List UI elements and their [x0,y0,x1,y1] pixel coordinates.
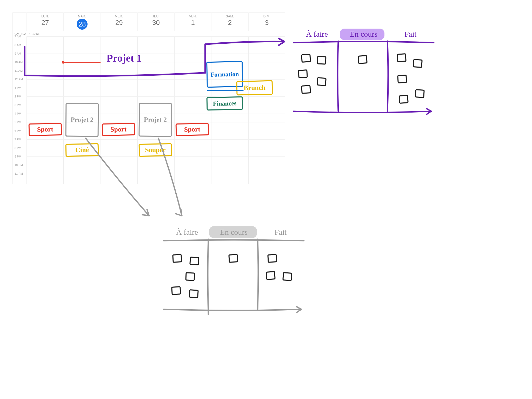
hour-label: 12 PM [15,78,23,81]
day-header[interactable]: MAR.28 [63,12,100,31]
hour-label: 6 PM [15,129,21,132]
hour-label: 7 AM [15,35,21,38]
event-brunch[interactable]: Brunch [236,80,273,96]
hour-label: 2 PM [15,95,21,98]
hour-label: 4 PM [15,112,21,115]
hour-label: 5 PM [15,121,21,124]
hour-label: 7 PM [15,138,21,141]
event-projet2-thu[interactable]: Projet 2 [138,103,172,137]
hour-label: 10 AM [15,61,23,64]
hour-label: 11 PM [15,172,23,175]
event-finances[interactable]: Finances [207,96,243,111]
event-souper[interactable]: Souper [139,143,172,157]
event-cine[interactable]: Ciné [65,143,99,157]
day-header[interactable]: SAM.2 [211,12,248,31]
current-time-indicator [63,62,100,63]
hour-label: 8 AM [15,43,21,47]
hour-label: 9 PM [15,155,21,158]
event-sport-fri[interactable]: Sport [176,123,209,136]
day-header[interactable]: VEN.1 [174,12,211,31]
day-header[interactable]: JEU.30 [137,12,174,31]
hour-label: 10 PM [15,163,23,167]
hour-label: 11 AM [15,69,23,72]
event-sport-wed[interactable]: Sport [102,123,135,136]
day-header[interactable]: MER.29 [101,12,137,31]
day-header[interactable]: DIM.3 [248,12,285,31]
kanban-projet1: À faire En cours Fait [291,28,436,119]
annotation-projet1: Projet 1 [107,52,142,64]
time-display: 10:56 [32,32,39,35]
clock-icon [29,32,32,35]
hour-label: 1 PM [15,86,21,89]
hour-label: 9 AM [15,52,21,55]
event-sport-mon[interactable]: Sport [29,123,62,136]
kanban-projet2: À faire En cours Fait [161,226,307,317]
day-header[interactable]: LUN.27 [26,12,63,31]
kanban2-cards [161,226,307,317]
weekly-calendar: LUN.27MAR.28MER.29JEU.30VEN.1SAM.2DIM.3 … [12,12,285,184]
event-projet2-tue[interactable]: Projet 2 [65,103,99,137]
kanban1-cards [291,28,436,119]
hour-label: 8 PM [15,146,21,149]
hour-label: 3 PM [15,103,21,107]
